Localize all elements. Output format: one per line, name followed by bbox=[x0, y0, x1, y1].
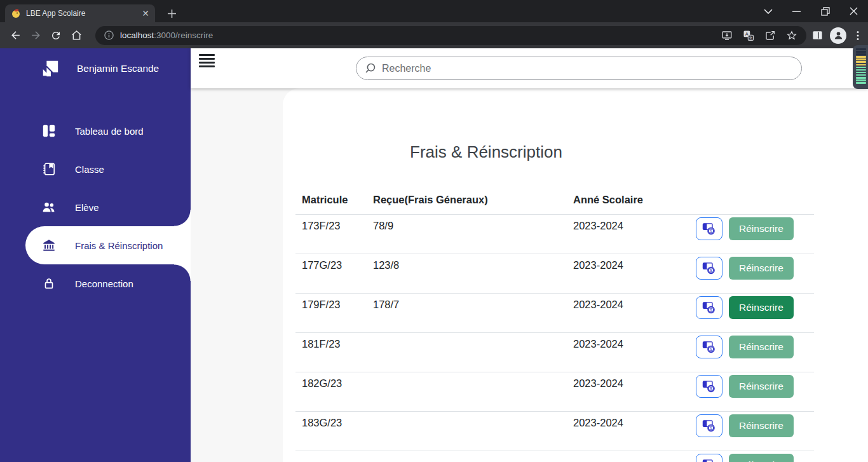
brand-arrow-icon bbox=[41, 59, 60, 78]
sidebar-item-tableau-de-bord[interactable]: Tableau de bord bbox=[0, 112, 191, 150]
dashboard-icon bbox=[42, 124, 56, 138]
sidebar-item-label: Elève bbox=[75, 202, 99, 213]
site-info-icon[interactable] bbox=[104, 31, 114, 40]
row-actions: $Réinscrire bbox=[691, 294, 814, 319]
row-actions: $Réinscrire bbox=[691, 451, 814, 462]
table-row: $Réinscrire bbox=[295, 451, 814, 462]
cell-annee bbox=[567, 451, 691, 456]
svg-text:$: $ bbox=[710, 347, 712, 351]
cell-recue bbox=[367, 333, 567, 338]
reinscrire-button[interactable]: Réinscrire bbox=[729, 414, 794, 437]
svg-text:$: $ bbox=[710, 386, 712, 391]
new-tab-button[interactable] bbox=[163, 4, 180, 22]
sidebar-item-el-ve[interactable]: Elève bbox=[0, 188, 191, 226]
tab-close-icon[interactable]: ✕ bbox=[142, 9, 149, 18]
reinscrire-button[interactable]: Réinscrire bbox=[729, 454, 794, 462]
brand: Benjamin Escande bbox=[41, 57, 191, 80]
address-bar[interactable]: localhost:3000/reinscrire A 文 bbox=[95, 26, 806, 45]
translate-icon[interactable]: A 文 bbox=[743, 30, 754, 41]
cell-recue bbox=[367, 451, 567, 456]
cell-matricule: 182G/23 bbox=[295, 372, 367, 390]
browser-tab[interactable]: LBE App Scolaire ✕ bbox=[5, 4, 155, 22]
bookmark-star-icon[interactable] bbox=[786, 30, 797, 41]
home-icon[interactable] bbox=[69, 28, 84, 43]
sidebar-item-frais-r-inscription[interactable]: Frais & Réinscription bbox=[25, 226, 191, 264]
browser-window: LBE App Scolaire ✕ bbox=[0, 0, 868, 462]
cash-coin-icon: $ bbox=[702, 459, 716, 462]
restore-icon[interactable] bbox=[811, 0, 839, 22]
forward-icon[interactable] bbox=[28, 28, 43, 43]
cell-recue: 78/9 bbox=[367, 215, 567, 232]
back-icon[interactable] bbox=[8, 28, 23, 43]
svg-text:文: 文 bbox=[749, 35, 752, 39]
reinscrire-button[interactable]: Réinscrire bbox=[729, 375, 794, 398]
pay-fees-button[interactable]: $ bbox=[696, 414, 722, 437]
window-controls bbox=[754, 0, 868, 22]
cell-recue: 123/8 bbox=[367, 254, 567, 271]
search-input[interactable] bbox=[382, 63, 794, 74]
sidebar-item-classe[interactable]: Classe bbox=[0, 150, 191, 188]
app-header bbox=[191, 48, 868, 88]
sidebar-item-label: Classe bbox=[75, 164, 104, 175]
col-recue: Reçue(Frais Géneraux) bbox=[367, 190, 567, 206]
table-row: 183G/232023-2024$Réinscrire bbox=[295, 412, 814, 451]
side-panel-icon[interactable] bbox=[811, 29, 824, 41]
table-row: 181F/232023-2024$Réinscrire bbox=[295, 333, 814, 372]
cash-coin-icon: $ bbox=[702, 262, 716, 275]
row-actions: $Réinscrire bbox=[691, 372, 814, 398]
user-name: Benjamin Escande bbox=[77, 63, 159, 74]
menu-kebab-icon[interactable] bbox=[853, 31, 863, 41]
page-title: Frais & Réinscription bbox=[295, 142, 677, 162]
content-background: Frais & Réinscription Matricule Reçue(Fr… bbox=[191, 88, 868, 462]
fees-table: Matricule Reçue(Frais Géneraux) Anné Sco… bbox=[295, 190, 814, 462]
bank-icon bbox=[42, 238, 56, 252]
table-body: 173F/2378/92023-2024$Réinscrire177G/2312… bbox=[295, 215, 814, 462]
install-icon[interactable] bbox=[721, 30, 733, 41]
col-matricule: Matricule bbox=[295, 190, 367, 206]
favicon-bird-icon bbox=[11, 8, 21, 18]
cash-coin-icon: $ bbox=[702, 341, 716, 353]
reinscrire-button[interactable]: Réinscrire bbox=[729, 217, 794, 240]
cell-matricule: 177G/23 bbox=[295, 254, 367, 271]
svg-text:$: $ bbox=[710, 308, 712, 312]
sidebar-item-label: Deconnection bbox=[75, 278, 133, 289]
devtools-widget[interactable] bbox=[853, 45, 868, 89]
reinscrire-button[interactable]: Réinscrire bbox=[729, 257, 794, 280]
profile-icon[interactable] bbox=[830, 27, 846, 44]
pay-fees-button[interactable]: $ bbox=[696, 454, 722, 462]
cash-coin-icon: $ bbox=[702, 419, 716, 432]
share-icon[interactable] bbox=[764, 30, 776, 41]
reinscrire-button[interactable]: Réinscrire bbox=[729, 296, 794, 319]
sidebar: Benjamin Escande Tableau de bordClasseEl… bbox=[0, 48, 191, 462]
main-area: Frais & Réinscription Matricule Reçue(Fr… bbox=[191, 48, 868, 462]
reinscrire-button[interactable]: Réinscrire bbox=[729, 336, 794, 358]
cell-annee: 2023-2024 bbox=[567, 333, 691, 350]
cell-annee: 2023-2024 bbox=[567, 294, 691, 311]
row-actions: $Réinscrire bbox=[691, 333, 814, 358]
search-bar[interactable] bbox=[356, 57, 802, 80]
cash-coin-icon: $ bbox=[702, 301, 716, 314]
url-path: :3000/reinscrire bbox=[154, 31, 213, 40]
close-icon[interactable] bbox=[839, 0, 868, 22]
lock-icon bbox=[42, 276, 56, 290]
cell-recue: 178/7 bbox=[367, 294, 567, 311]
sidebar-item-label: Tableau de bord bbox=[75, 126, 144, 137]
pay-fees-button[interactable]: $ bbox=[696, 336, 722, 358]
hamburger-icon[interactable] bbox=[199, 54, 215, 69]
sidebar-item-deconnection[interactable]: Deconnection bbox=[0, 264, 191, 302]
pay-fees-button[interactable]: $ bbox=[696, 217, 722, 240]
url-host: localhost bbox=[120, 31, 154, 40]
pay-fees-button[interactable]: $ bbox=[696, 375, 722, 398]
minimize-icon[interactable] bbox=[782, 0, 811, 22]
cell-recue bbox=[367, 412, 567, 417]
reload-icon[interactable] bbox=[48, 28, 64, 43]
table-row: 179F/23178/72023-2024$Réinscrire bbox=[295, 294, 814, 333]
tab-search-chevron-icon[interactable] bbox=[754, 0, 782, 22]
browser-titlebar: LBE App Scolaire ✕ bbox=[0, 0, 868, 22]
pay-fees-button[interactable]: $ bbox=[696, 257, 722, 280]
tab-title: LBE App Scolaire bbox=[26, 9, 137, 18]
row-actions: $Réinscrire bbox=[691, 215, 814, 240]
pay-fees-button[interactable]: $ bbox=[696, 296, 722, 319]
col-annee: Anné Scolaire bbox=[567, 190, 691, 206]
table-row: 177G/23123/82023-2024$Réinscrire bbox=[295, 254, 814, 294]
